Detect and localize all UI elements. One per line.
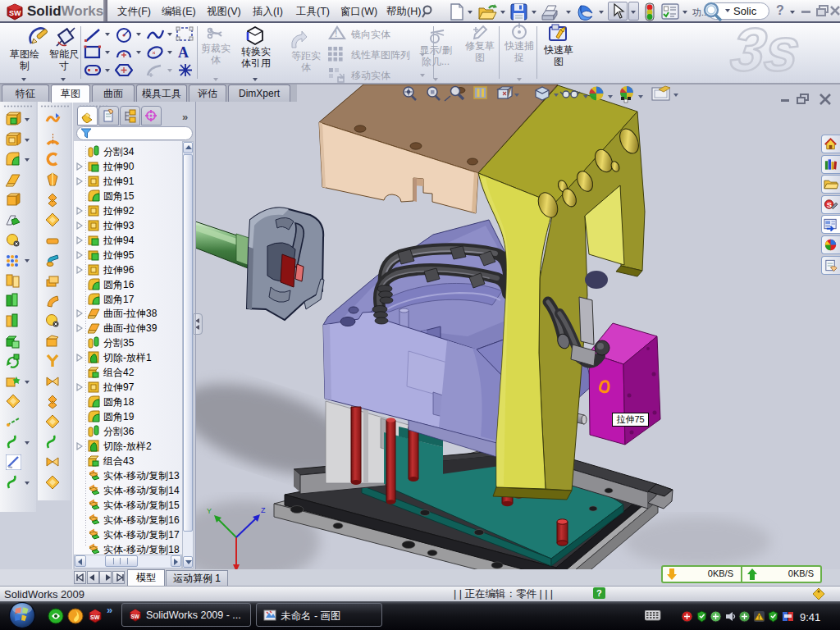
- svg-text:!: !: [758, 614, 760, 620]
- svg-text:SW: SW: [90, 614, 100, 620]
- svg-text:SW: SW: [131, 614, 139, 619]
- svg-text:Y: Y: [207, 507, 212, 515]
- svg-text:Z: Z: [261, 506, 266, 514]
- svg-text:A: A: [178, 44, 189, 61]
- svg-text:?: ?: [596, 588, 602, 598]
- svg-text:SW: SW: [9, 9, 21, 17]
- svg-text:!: !: [335, 30, 337, 39]
